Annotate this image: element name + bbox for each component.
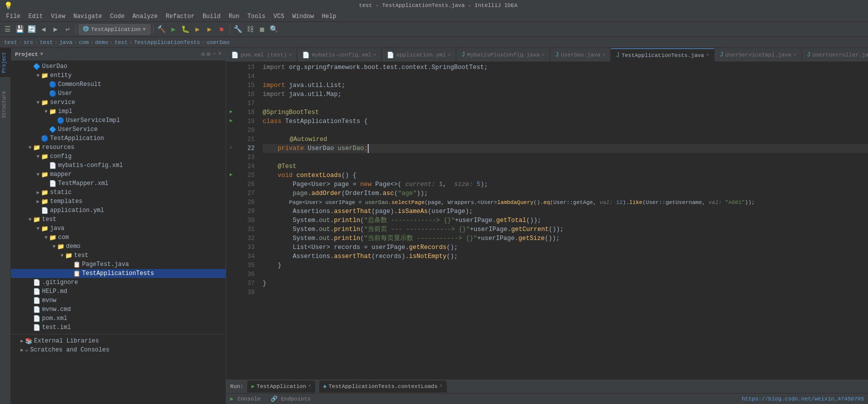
tree-item-testmapper[interactable]: 📄 TestMapper.xml: [11, 179, 226, 188]
breadcrumb-field[interactable]: userDao: [207, 40, 230, 46]
breadcrumb-test[interactable]: test: [4, 40, 17, 46]
gutter-class-icon[interactable]: ▶: [226, 116, 236, 125]
tab-close-mybatis[interactable]: ×: [373, 52, 376, 58]
tree-item-mvnwcmd[interactable]: 📄 mvnw.cmd: [11, 305, 226, 314]
menu-view[interactable]: View: [47, 12, 70, 21]
menu-run[interactable]: Run: [225, 12, 244, 21]
tree-item-mybatisconfig[interactable]: 📄 mybatis-config.xml: [11, 161, 226, 170]
tab-testapptests[interactable]: J TestApplicationTests.java ×: [611, 48, 714, 62]
toolbar-git-btn[interactable]: ⛓: [245, 24, 256, 35]
tab-usercontroller[interactable]: J UserController.java ×: [802, 48, 868, 62]
toolbar-undo-btn[interactable]: ↩: [62, 24, 73, 35]
tree-item-user[interactable]: 🔵 User: [11, 89, 226, 98]
breadcrumb-demo[interactable]: demo: [95, 40, 108, 46]
tree-item-commonresult[interactable]: 🔵 CommonResult: [11, 80, 226, 89]
tree-item-userserviceimpl[interactable]: 🔵 UserServiceImpl: [11, 116, 226, 125]
menu-edit[interactable]: Edit: [25, 12, 47, 21]
vtab-structure[interactable]: Structure: [0, 87, 11, 122]
panel-layout-icon[interactable]: ⊞: [207, 50, 210, 58]
run-tab-testapptests-close[interactable]: ×: [440, 384, 443, 389]
tree-item-userdao[interactable]: 🔷 UserDao: [11, 62, 226, 71]
breadcrumb-test2[interactable]: test: [40, 40, 53, 46]
tree-item-helpmd[interactable]: 📄 HELP.md: [11, 287, 226, 296]
menu-tools[interactable]: Tools: [244, 12, 270, 21]
tab-close-testapptests[interactable]: ×: [706, 52, 709, 58]
run-tab-testapptests[interactable]: ◆ TestApplicationTests.contextLoads ×: [319, 380, 446, 392]
toolbar-coverage-btn[interactable]: ▶: [192, 24, 203, 35]
tree-item-impl[interactable]: ▼ 📁 impl: [11, 107, 226, 116]
tree-item-extlibs[interactable]: ▶ 📚 External Libraries: [11, 336, 226, 346]
panel-minimize-icon[interactable]: −: [213, 50, 216, 58]
breadcrumb-class[interactable]: TestApplicationTests: [134, 40, 200, 46]
tree-item-userservice[interactable]: 🔷 UserService: [11, 125, 226, 134]
tree-item-appyml[interactable]: 📄 application.yml: [11, 206, 226, 215]
tab-userservice[interactable]: J UserServiceImpl.java ×: [714, 48, 801, 62]
menu-navigate[interactable]: Navigate: [69, 12, 106, 21]
menu-refactor[interactable]: Refactor: [162, 12, 199, 21]
toolbar-reload-btn[interactable]: 🔄: [26, 24, 37, 35]
vtab-project[interactable]: Project: [0, 48, 11, 77]
tree-item-pomxml[interactable]: 📄 pom.xml: [11, 314, 226, 323]
tree-item-com[interactable]: ▼ 📁 com: [11, 233, 226, 242]
tab-mybatisplus[interactable]: J MybatisPlusConfig.java ×: [456, 48, 550, 62]
menu-window[interactable]: Window: [288, 12, 318, 21]
status-console-label[interactable]: Console: [238, 396, 261, 402]
toolbar-stop-btn[interactable]: ■: [216, 24, 227, 35]
tab-close-mybatisplus[interactable]: ×: [542, 52, 545, 58]
toolbar-hamburger-btn[interactable]: ☰: [2, 24, 13, 35]
tree-item-templates[interactable]: ▶ 📁 templates: [11, 197, 226, 206]
tab-close-pom[interactable]: ×: [289, 52, 292, 58]
tab-close-userservice[interactable]: ×: [793, 52, 796, 58]
tree-item-mvnw[interactable]: 📄 mvnw: [11, 296, 226, 305]
tab-pom[interactable]: 📄 pom.xml (test) ×: [226, 48, 297, 62]
menu-build[interactable]: Build: [199, 12, 225, 21]
run-tab-testapp-close[interactable]: ×: [308, 384, 311, 389]
tree-item-testiml[interactable]: 📄 test.iml: [11, 323, 226, 332]
menu-code[interactable]: Code: [106, 12, 129, 21]
tree-item-mapper[interactable]: ▼ 📁 mapper: [11, 170, 226, 179]
tree-item-entity[interactable]: ▼ 📁 entity: [11, 71, 226, 80]
toolbar-tools-btn[interactable]: 🔧: [233, 24, 244, 35]
code-editor[interactable]: import org.springframework.boot.test.con…: [259, 62, 868, 379]
toolbar-back-btn[interactable]: ◀: [38, 24, 49, 35]
menu-analyze[interactable]: Analyze: [129, 12, 162, 21]
tree-item-static[interactable]: ▶ 📁 static: [11, 188, 226, 197]
tree-item-gitignore[interactable]: 📄 .gitignore: [11, 278, 226, 287]
menu-vcs[interactable]: VCS: [270, 12, 289, 21]
toolbar-profile-btn[interactable]: ▶: [204, 24, 215, 35]
tree-item-pagetest[interactable]: 📋 PageTest.java: [11, 260, 226, 269]
toolbar-search-btn[interactable]: 🔍: [269, 24, 280, 35]
tab-close-userdao[interactable]: ×: [602, 52, 605, 58]
panel-gear-icon[interactable]: ⚙: [201, 50, 205, 58]
toolbar-save-btn[interactable]: 💾: [14, 24, 25, 35]
toolbar-forward-btn[interactable]: ▶: [50, 24, 61, 35]
breadcrumb-test3[interactable]: test: [115, 40, 128, 46]
tree-item-java[interactable]: ▼ 📁 java: [11, 224, 226, 233]
gutter-test-icon[interactable]: ▶: [226, 170, 236, 179]
tree-item-testapp[interactable]: 🔵 TestApplication: [11, 134, 226, 143]
breadcrumb-java[interactable]: java: [59, 40, 72, 46]
menu-file[interactable]: File: [2, 12, 25, 21]
run-config-dropdown[interactable]: 🅐 TestApplication ▼: [79, 24, 151, 35]
toolbar-grid-btn[interactable]: ▦: [257, 24, 268, 35]
tab-close-appyml[interactable]: ×: [448, 52, 451, 58]
tree-item-service[interactable]: ▼ 📁 service: [11, 98, 226, 107]
tree-item-testdir[interactable]: ▼ 📁 test: [11, 251, 226, 260]
panel-dropdown-icon[interactable]: ▼: [40, 52, 43, 57]
tab-mybatis[interactable]: 📄 mybatis-config.xml ×: [297, 48, 382, 62]
tree-item-scratches[interactable]: ▶ ✏️ Scratches and Consoles: [11, 346, 226, 354]
status-endpoints-label[interactable]: 🔗 Endpoints: [271, 396, 311, 402]
panel-close-icon[interactable]: ×: [218, 50, 222, 58]
menu-help[interactable]: Help: [318, 12, 340, 21]
tree-item-resources[interactable]: ▼ 📁 resources: [11, 143, 226, 152]
toolbar-build-btn[interactable]: 🔨: [156, 24, 167, 35]
breadcrumb-com[interactable]: com: [79, 40, 89, 46]
toolbar-debug-btn[interactable]: 🐛: [180, 24, 191, 35]
tree-item-config[interactable]: ▼ 📁 config: [11, 152, 226, 161]
tab-userdao[interactable]: J UserDao.java ×: [550, 48, 611, 62]
tree-item-test[interactable]: ▼ 📁 test: [11, 215, 226, 224]
tab-appyml[interactable]: 📄 application.yml ×: [382, 48, 456, 62]
tree-item-demo[interactable]: ▼ 📁 demo: [11, 242, 226, 251]
breadcrumb-src[interactable]: src: [24, 40, 34, 46]
run-tab-testapp[interactable]: ▶ TestApplication ×: [247, 380, 315, 392]
